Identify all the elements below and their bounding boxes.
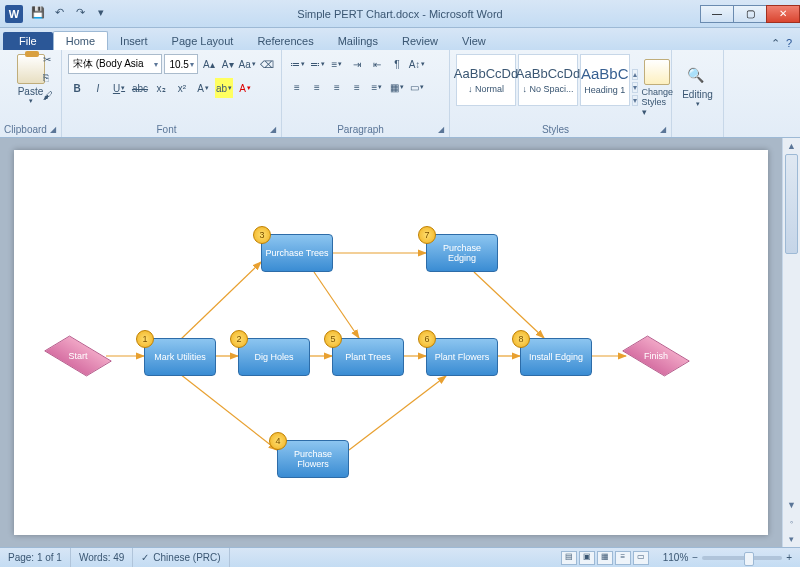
task-node-2[interactable]: Dig Holes <box>238 338 310 376</box>
pert-chart: Start Finish Mark Utilities1Dig Holes2Pu… <box>14 150 768 535</box>
font-dialog-launcher[interactable]: ◢ <box>270 125 280 135</box>
strikethrough-button[interactable]: abc <box>131 78 149 98</box>
paragraph-dialog-launcher[interactable]: ◢ <box>438 125 448 135</box>
tab-view[interactable]: View <box>450 32 498 50</box>
show-marks-button[interactable]: ¶ <box>388 54 406 74</box>
underline-button[interactable]: U <box>110 78 128 98</box>
maximize-button[interactable]: ▢ <box>733 5 767 23</box>
draft-view-icon[interactable]: ▭ <box>633 551 649 565</box>
zoom-in-button[interactable]: + <box>786 552 792 563</box>
justify-button[interactable]: ≡ <box>348 77 366 97</box>
change-styles-button[interactable]: Change Styles ▾ <box>642 54 674 121</box>
subscript-button[interactable]: x₂ <box>152 78 170 98</box>
italic-button[interactable]: I <box>89 78 107 98</box>
start-label: Start <box>48 338 108 374</box>
qat-more-icon[interactable]: ▾ <box>93 6 109 22</box>
status-language[interactable]: ✓Chinese (PRC) <box>133 548 229 567</box>
zoom-slider[interactable] <box>702 556 782 560</box>
highlight-button[interactable]: ab <box>215 78 233 98</box>
scroll-thumb[interactable] <box>785 154 798 254</box>
style-preview: AaBbCcDd <box>454 66 518 81</box>
increase-indent-button[interactable]: ⇤ <box>368 54 386 74</box>
prev-page-icon[interactable]: ◦ <box>783 514 800 530</box>
view-buttons: ▤ ▣ ▦ ≡ ▭ <box>561 551 655 565</box>
close-button[interactable]: ✕ <box>766 5 800 23</box>
status-page[interactable]: Page: 1 of 1 <box>0 548 71 567</box>
superscript-button[interactable]: x² <box>173 78 191 98</box>
outline-view-icon[interactable]: ≡ <box>615 551 631 565</box>
task-number-4: 4 <box>269 432 287 450</box>
task-node-3[interactable]: Purchase Trees <box>261 234 333 272</box>
help-icon[interactable]: ? <box>786 37 792 50</box>
next-page-icon[interactable]: ▾ <box>783 531 800 547</box>
task-node-4[interactable]: Purchase Flowers <box>277 440 349 478</box>
save-icon[interactable]: 💾 <box>30 6 46 22</box>
copy-icon[interactable]: ⎘ <box>43 72 57 86</box>
task-node-6[interactable]: Plant Flowers <box>426 338 498 376</box>
align-right-button[interactable]: ≡ <box>328 77 346 97</box>
redo-icon[interactable]: ↷ <box>72 6 88 22</box>
clear-formatting-button[interactable]: ⌫ <box>258 54 275 74</box>
tab-references[interactable]: References <box>245 32 325 50</box>
vertical-scrollbar[interactable]: ▲ ▼ ◦ ▾ <box>782 138 800 547</box>
finish-node[interactable]: Finish <box>626 338 686 374</box>
styles-gallery-scroll[interactable]: ▴▾▾ <box>632 54 638 121</box>
start-node[interactable]: Start <box>48 338 108 374</box>
text-effects-button[interactable]: A <box>194 78 212 98</box>
font-color-button[interactable]: A <box>236 78 254 98</box>
file-tab[interactable]: File <box>3 32 53 50</box>
decrease-indent-button[interactable]: ⇥ <box>348 54 366 74</box>
style-name: Heading 1 <box>584 85 625 95</box>
styles-group-label: Styles <box>450 124 661 135</box>
style-heading-1[interactable]: AaBbC Heading 1 <box>580 54 630 106</box>
zoom-level[interactable]: 110% <box>663 552 689 563</box>
task-node-8[interactable]: Install Edging <box>520 338 592 376</box>
format-painter-icon[interactable]: 🖌 <box>43 90 57 104</box>
task-node-1[interactable]: Mark Utilities <box>144 338 216 376</box>
font-size-combo[interactable]: 10.5 <box>164 54 198 74</box>
bold-button[interactable]: B <box>68 78 86 98</box>
align-center-button[interactable]: ≡ <box>308 77 326 97</box>
group-editing[interactable]: 🔍 Editing ▾ <box>672 50 724 137</box>
sort-button[interactable]: A↕ <box>408 54 426 74</box>
task-node-5[interactable]: Plant Trees <box>332 338 404 376</box>
line-spacing-button[interactable]: ≡ <box>368 77 386 97</box>
full-screen-view-icon[interactable]: ▣ <box>579 551 595 565</box>
borders-button[interactable]: ▭ <box>408 77 426 97</box>
clipboard-dialog-launcher[interactable]: ◢ <box>50 125 60 135</box>
web-layout-view-icon[interactable]: ▦ <box>597 551 613 565</box>
print-layout-view-icon[interactable]: ▤ <box>561 551 577 565</box>
grow-font-button[interactable]: A▴ <box>200 54 217 74</box>
cut-icon[interactable]: ✂ <box>43 54 57 68</box>
font-name-combo[interactable]: 宋体 (Body Asia <box>68 54 162 74</box>
minimize-button[interactable]: — <box>700 5 734 23</box>
style-no-spacing[interactable]: AaBbCcDd ↓ No Spaci... <box>518 54 578 106</box>
document-page[interactable]: Start Finish Mark Utilities1Dig Holes2Pu… <box>14 150 768 535</box>
scroll-down-icon[interactable]: ▼ <box>783 497 800 513</box>
scroll-up-icon[interactable]: ▲ <box>783 138 800 154</box>
multilevel-list-button[interactable]: ≡ <box>328 54 346 74</box>
shading-button[interactable]: ▦ <box>388 77 406 97</box>
paste-label: Paste <box>18 86 44 97</box>
bullets-button[interactable]: ≔ <box>288 54 306 74</box>
undo-icon[interactable]: ↶ <box>51 6 67 22</box>
change-case-button[interactable]: Aa <box>238 54 256 74</box>
tab-insert[interactable]: Insert <box>108 32 160 50</box>
clipboard-group-label: Clipboard <box>0 124 51 135</box>
tab-review[interactable]: Review <box>390 32 450 50</box>
minimize-ribbon-icon[interactable]: ⌃ <box>771 37 780 50</box>
shrink-font-button[interactable]: A▾ <box>219 54 236 74</box>
numbering-button[interactable]: ≕ <box>308 54 326 74</box>
task-node-7[interactable]: Purchase Edging <box>426 234 498 272</box>
align-left-button[interactable]: ≡ <box>288 77 306 97</box>
tab-mailings[interactable]: Mailings <box>326 32 390 50</box>
tab-page-layout[interactable]: Page Layout <box>160 32 246 50</box>
style-normal[interactable]: AaBbCcDd ↓ Normal <box>456 54 516 106</box>
svg-line-8 <box>314 272 359 338</box>
ribbon: Paste ▾ ✂ ⎘ 🖌 Clipboard ◢ 宋体 (Body Asia … <box>0 50 800 138</box>
styles-dialog-launcher[interactable]: ◢ <box>660 125 670 135</box>
status-words[interactable]: Words: 49 <box>71 548 133 567</box>
tab-home[interactable]: Home <box>53 31 108 50</box>
zoom-out-button[interactable]: − <box>692 552 698 563</box>
editing-label: Editing <box>682 89 713 100</box>
